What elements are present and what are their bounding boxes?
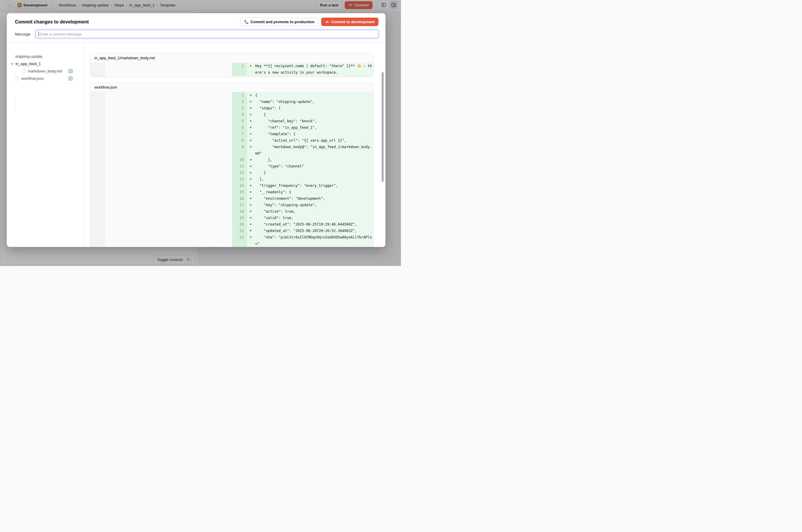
diff-plus-sign: + <box>250 118 255 125</box>
diff-line-text: Hey **{{ recipient.name | default: "ther… <box>255 63 373 76</box>
diff-line-text: "environment": "development", <box>255 195 373 202</box>
diff-file-name: workflow.json <box>90 83 373 92</box>
diff-line-text: "__readonly": { <box>255 189 373 195</box>
diff-line-text: "channel_key": "knock", <box>255 118 373 125</box>
line-number: 8 <box>232 137 247 144</box>
diff-plus-sign: + <box>250 221 255 228</box>
diff-plus-sign: + <box>250 228 255 234</box>
diff-line-added: 17+ "key": "shipping-update", <box>232 202 373 208</box>
diff-line-text: "active": true, <box>255 208 373 215</box>
diff-plus-sign: + <box>250 144 255 150</box>
diff-line-added: 18+ "active": true, <box>232 208 373 215</box>
diff-line-text: "steps": [ <box>255 105 373 111</box>
diff-line-text: "name": "shipping-update", <box>255 98 373 105</box>
diff-added-icon <box>69 69 72 73</box>
diff-plus-sign: + <box>250 111 255 118</box>
line-number: 15 <box>232 189 247 195</box>
diff-line-added: 5+ "channel_key": "knock", <box>232 118 373 125</box>
diff-line-added: 1+Hey **{{ recipient.name | default: "th… <box>232 63 373 76</box>
diff-line-added: 19+ "valid": true, <box>232 215 373 221</box>
diff-new-side: 1+{2+ "name": "shipping-update",3+ "step… <box>232 92 373 247</box>
diff-line-added: 20+ "created_at": "2025-08-25T19:29:46.6… <box>232 221 373 228</box>
line-number: 2 <box>232 98 247 105</box>
line-number: 1 <box>232 63 247 76</box>
diff-line-added: 21+ "updated_at": "2025-08-26T20:26:52.3… <box>232 228 373 234</box>
diff-line-added: 12+ } <box>232 170 373 176</box>
line-number: 3 <box>232 105 247 111</box>
line-number: 4 <box>232 111 247 118</box>
diff-line-added: 9+ "markdown_body@": "in_app_feed_1/mark… <box>232 144 373 157</box>
line-number: 6 <box>232 125 247 131</box>
diff-old-side <box>90 92 232 247</box>
diff-line-added: 15+ "__readonly": { <box>232 189 373 195</box>
line-number: 10 <box>232 157 247 163</box>
line-number: 22 <box>232 234 247 247</box>
diff-line-text: { <box>255 111 373 118</box>
diff-new-side: 1+Hey **{{ recipient.name | default: "th… <box>232 63 373 77</box>
message-label: Message <box>15 32 36 36</box>
line-number: 13 <box>232 176 247 183</box>
message-placeholder: Enter a commit message <box>39 32 81 36</box>
line-number: 16 <box>232 195 247 202</box>
diff-plus-sign: + <box>250 131 255 137</box>
diff-line-text: ], <box>255 176 373 183</box>
diff-line-text: "markdown_body@": "in_app_feed_1/markdow… <box>255 144 373 157</box>
diff-line-text: "template": { <box>255 131 373 137</box>
diff-plus-sign: + <box>250 183 255 189</box>
diff-line-text: "ref": "in_app_feed_1", <box>255 125 373 131</box>
diff-line-added: 11+ "type": "channel" <box>232 163 373 170</box>
diff-line-added: 16+ "environment": "development", <box>232 195 373 202</box>
diff-plus-sign: + <box>250 125 255 131</box>
line-number: 9 <box>232 144 247 157</box>
line-number: 1 <box>232 92 247 98</box>
tree-item-workflow-json[interactable]: workflow.json <box>15 75 84 82</box>
tree-item-workflow-root[interactable]: shipping-update <box>15 53 84 60</box>
diff-plus-sign: + <box>250 176 255 183</box>
diff-plus-sign: + <box>250 163 255 170</box>
diff-line-text: } <box>255 170 373 176</box>
diff-line-text: }, <box>255 157 373 163</box>
diff-line-text: "updated_at": "2025-08-26T20:26:52.36400… <box>255 228 373 234</box>
diff-line-added: 6+ "ref": "in_app_feed_1", <box>232 125 373 131</box>
tree-item-step-folder[interactable]: in_app_feed_1 <box>11 60 84 68</box>
diff-plus-sign: + <box>250 195 255 202</box>
scrollbar-thumb[interactable] <box>381 72 384 182</box>
tree-item-markdown-body[interactable]: markdown_body.md <box>15 68 84 75</box>
line-number: 19 <box>232 215 247 221</box>
diff-line-added: 7+ "template": { <box>232 131 373 137</box>
diff-line-added: 4+ { <box>232 111 373 118</box>
diff-line-text: { <box>255 92 373 98</box>
line-number: 11 <box>232 163 247 170</box>
diff-line-text: "created_at": "2025-08-25T19:29:46.64450… <box>255 221 373 228</box>
chevron-down-icon <box>11 62 14 65</box>
diff-line-added: 8+ "action_url": "{{ vars.app_url }}", <box>232 137 373 144</box>
diff-plus-sign: + <box>250 189 255 195</box>
diff-line-added: 13+ ], <box>232 176 373 183</box>
diff-added-icon <box>69 77 72 80</box>
diff-plus-sign: + <box>250 157 255 163</box>
commit-to-development-button[interactable]: Commit to development <box>321 18 378 26</box>
diff-file-panel: in_app_feed_1/markdown_body.md 1+Hey **{… <box>90 53 373 77</box>
text-cursor <box>38 32 39 36</box>
diff-plus-sign: + <box>250 215 255 221</box>
diff-line-text: "sha": "pJeLVir6xIlUCMGqs9qroZoUAVDSwA0y… <box>255 234 373 247</box>
diff-plus-sign: + <box>250 170 255 176</box>
diff-line-added: 10+ }, <box>232 157 373 163</box>
diff-line-added: 1+{ <box>232 92 373 98</box>
diff-line-text: "valid": true, <box>255 215 373 221</box>
diff-line-added: 22+ "sha": "pJeLVir6xIlUCMGqs9qroZoUAVDS… <box>232 234 373 247</box>
file-icon <box>22 69 26 73</box>
diff-plus-sign: + <box>250 234 255 241</box>
line-number: 20 <box>232 221 247 228</box>
diff-line-text: "key": "shipping-update", <box>255 202 373 208</box>
diff-plus-sign: + <box>250 63 255 69</box>
changed-files-tree: shipping-update in_app_feed_1 markdown_b… <box>7 42 85 247</box>
commit-and-promote-button[interactable]: Commit and promote to production <box>241 18 318 26</box>
diff-plus-sign: + <box>250 208 255 215</box>
commit-icon <box>325 20 329 24</box>
diff-line-added: 3+ "steps": [ <box>232 105 373 111</box>
commit-message-input[interactable]: Enter a commit message <box>36 30 378 38</box>
dialog-title: Commit changes to development <box>15 19 89 25</box>
file-icon <box>15 77 19 81</box>
diff-file-panel: workflow.json 1+{2+ "name": "shipping-up… <box>90 82 373 247</box>
